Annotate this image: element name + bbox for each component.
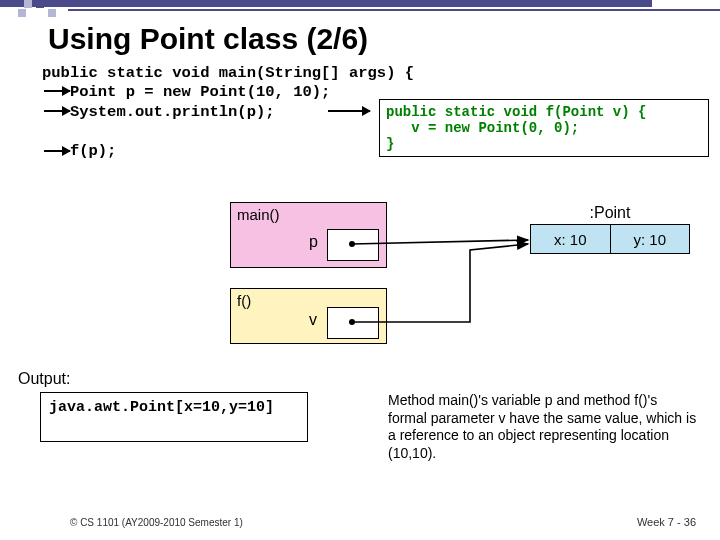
var-p-box [327, 229, 379, 261]
var-p-label: p [309, 233, 318, 251]
code-main-block: public static void main(String[] args) {… [42, 64, 414, 161]
slide-title: Using Point class (2/6) [48, 22, 368, 56]
arrow-icon [44, 150, 70, 152]
footer-copyright: © CS 1101 (AY2009-2010 Semester 1) [70, 517, 243, 528]
arrow-icon [328, 110, 370, 112]
main-frame-box: main() p [230, 202, 387, 268]
f-frame-box: f() v [230, 288, 387, 344]
arrow-icon [44, 90, 70, 92]
output-box: java.awt.Point[x=10,y=10] [40, 392, 308, 442]
footer-page-number: Week 7 - 36 [637, 516, 696, 528]
slide-top-accent [0, 0, 720, 14]
var-v-label: v [309, 311, 317, 329]
output-label: Output: [18, 370, 70, 388]
point-y-field: y: 10 [611, 225, 690, 253]
point-object: :Point x: 10 y: 10 [530, 204, 690, 254]
main-frame-label: main() [237, 206, 280, 223]
explanation-text: Method main()'s variable p and method f(… [388, 392, 698, 462]
f-frame-label: f() [237, 292, 251, 309]
point-x-field: x: 10 [531, 225, 611, 253]
var-v-box [327, 307, 379, 339]
code-f-block: public static void f(Point v) { v = new … [379, 99, 709, 157]
point-object-label: :Point [530, 204, 690, 222]
arrow-icon [44, 110, 70, 112]
